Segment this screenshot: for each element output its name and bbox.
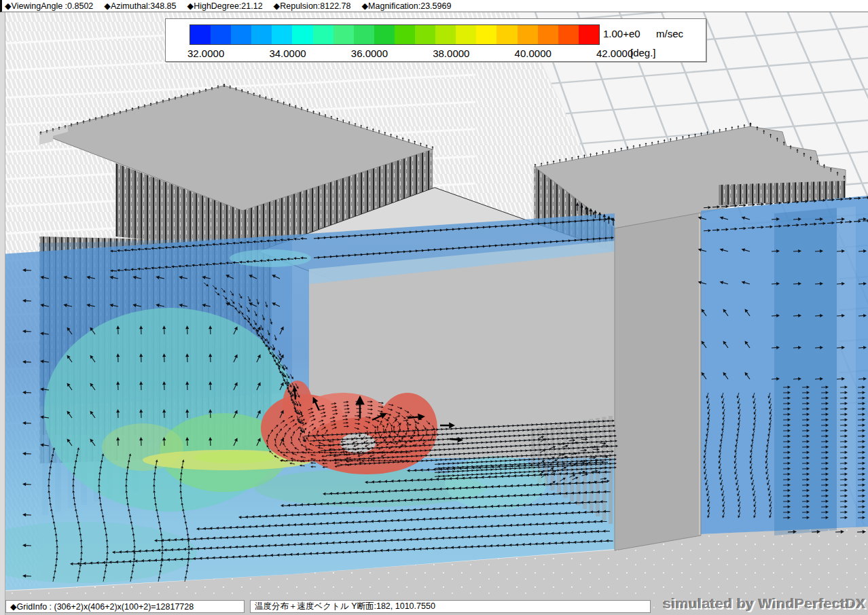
color-scale-segment	[354, 25, 374, 44]
scene-shape	[564, 423, 568, 498]
grid-info-text: ◆GridInfo : (306+2)x(406+2)x(100+2)=1281…	[10, 601, 194, 612]
color-scale-segment	[476, 25, 496, 44]
windperfectdx-watermark: simulated by WindPerfectDX	[663, 595, 866, 612]
viewing-angle-value: ◆ViewingAngle :0.8502	[5, 1, 93, 11]
color-scale-segment	[292, 25, 312, 44]
high-degree-value: ◆HighDegree:21.12	[187, 1, 263, 11]
azimuthal-value: ◆Azimuthal:348.85	[104, 1, 176, 11]
color-scale-segment	[313, 25, 333, 44]
magnification-value: ◆Magnification:23.5969	[361, 1, 451, 11]
scene-shape	[590, 419, 594, 513]
color-scale-segment	[211, 25, 231, 44]
color-scale-segment	[333, 25, 354, 44]
color-scale-segment	[415, 25, 435, 44]
scene-shape	[774, 208, 837, 535]
window-left-edge	[0, 12, 5, 615]
color-scale-segment	[272, 25, 292, 44]
legend-tick: 38.0000	[433, 48, 469, 59]
cfd-3d-viewport[interactable]	[0, 12, 868, 615]
legend-max-label: 1.00+e0	[603, 28, 640, 39]
color-scale-segment	[496, 25, 517, 44]
legend-tick: 32.0000	[187, 48, 224, 59]
color-scale-segment	[395, 25, 415, 44]
color-scale-segment	[251, 25, 272, 44]
legend-velocity-unit: m/sec	[656, 28, 683, 39]
scene-shape	[194, 451, 275, 463]
legend-tick: 42.0000	[596, 48, 633, 59]
repulsion-value: ◆Repulsion:8122.78	[274, 1, 351, 11]
color-scale-segment	[579, 25, 599, 44]
legend-angle-unit: [deg.]	[630, 47, 656, 58]
legend-tick: 40.0000	[515, 48, 551, 59]
color-scale-segment	[374, 25, 395, 44]
color-scale-segment	[190, 25, 211, 44]
scene-shape	[445, 456, 547, 510]
legend-tick: 34.0000	[269, 48, 306, 59]
color-scale-bar	[189, 24, 600, 45]
section-info-text: 温度分布＋速度ベクトル Y断面:182, 1010.7550	[255, 601, 435, 612]
color-scale-segment	[558, 25, 579, 44]
color-scale-segment	[231, 25, 251, 44]
view-parameter-bar: ◆ViewingAngle :0.8502 ◆Azimuthal:348.85 …	[0, 0, 868, 12]
color-scale-legend: 1.00+e0 m/sec [deg.] 32.000034.000036.00…	[165, 18, 706, 62]
scene-shape	[615, 213, 701, 550]
section-info-statusbar: 温度分布＋速度ベクトル Y断面:182, 1010.7550	[250, 600, 651, 613]
color-scale-segment	[435, 25, 456, 44]
scene-shape	[230, 249, 311, 267]
color-scale-segment	[518, 25, 538, 44]
legend-tick: 36.0000	[351, 48, 388, 59]
grid-info-statusbar: ◆GridInfo : (306+2)x(406+2)x(100+2)=1281…	[5, 600, 245, 613]
scene-shape	[378, 393, 437, 463]
color-scale-segment	[456, 25, 476, 44]
scene-shape	[837, 207, 856, 530]
color-scale-segment	[538, 25, 558, 44]
